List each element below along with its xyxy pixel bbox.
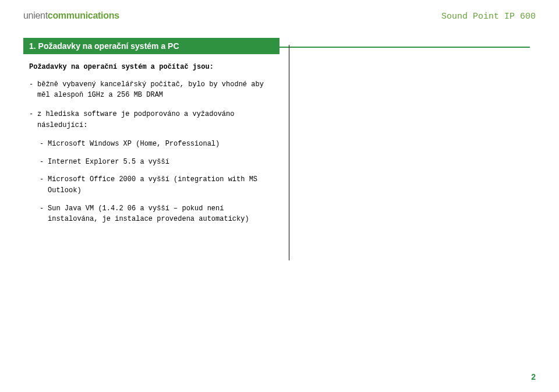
sub-list-item: - Sun Java VM (1.4.2 06 a vyšší – pokud … (40, 203, 278, 225)
bullet-dash: - (40, 203, 48, 225)
page-header: unientcommunications Sound Point IP 600 (23, 10, 536, 22)
document-page: unientcommunications Sound Point IP 600 … (0, 0, 559, 392)
list-item-text: Internet Explorer 5.5 a vyšší (48, 157, 278, 168)
right-column (280, 38, 530, 48)
page-number: 2 (531, 372, 536, 382)
brand-logo: unientcommunications (23, 10, 119, 21)
left-column: 1. Požadavky na operační systém a PC Pož… (23, 38, 280, 232)
sub-list-item: - Microsoft Windows XP (Home, Profession… (40, 139, 278, 150)
section-intro: Požadavky na operační systém a počítač j… (29, 62, 277, 72)
list-item-text: Sun Java VM (1.4.2 06 a vyšší – pokud ne… (48, 203, 278, 225)
bullet-dash: - (40, 139, 48, 150)
column-divider (289, 45, 289, 260)
bullet-dash: - (40, 157, 48, 168)
bullet-dash: - (29, 79, 37, 101)
device-label: Sound Point IP 600 (441, 12, 536, 22)
bullet-list: - běžně vybavený kancelářský počítač, by… (29, 79, 280, 225)
bullet-dash: - (29, 109, 37, 130)
content-columns: 1. Požadavky na operační systém a PC Pož… (23, 38, 536, 232)
brand-part2: communications (48, 10, 119, 20)
list-item-text: z hlediska software je podporováno a vyž… (37, 109, 268, 130)
list-item-text: běžně vybavený kancelářský počítač, bylo… (37, 79, 268, 101)
list-item-text: Microsoft Office 2000 a vyšší (integrati… (48, 174, 278, 196)
section-title: 1. Požadavky na operační systém a PC (23, 38, 280, 54)
list-item-text: Microsoft Windows XP (Home, Professional… (48, 139, 278, 150)
sub-list-item: - Internet Explorer 5.5 a vyšší (40, 157, 278, 168)
list-item: - běžně vybavený kancelářský počítač, by… (29, 79, 268, 101)
list-item: - z hlediska software je podporováno a v… (29, 109, 268, 130)
brand-part1: unient (23, 10, 48, 20)
bullet-dash: - (40, 174, 48, 196)
sub-list-item: - Microsoft Office 2000 a vyšší (integra… (40, 174, 278, 196)
section-rule (280, 47, 530, 48)
